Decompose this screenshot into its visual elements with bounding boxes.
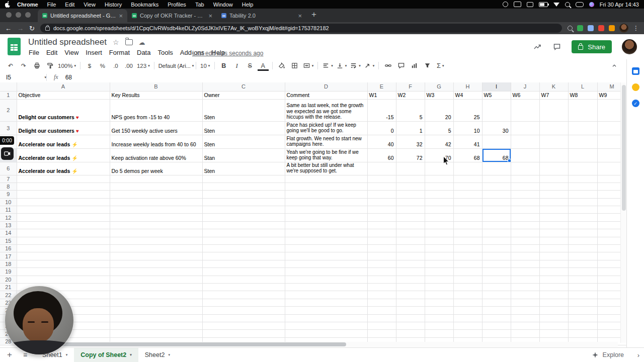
cell-E17[interactable] [367, 252, 396, 260]
cell-F7[interactable] [396, 175, 425, 183]
name-box[interactable]: I5 ▾ [0, 74, 46, 81]
cell-L24[interactable] [568, 307, 597, 314]
cell-D4[interactable]: Flat growth. We need to start new campai… [285, 135, 367, 148]
sheets-menu-edit[interactable]: Edit [43, 48, 61, 57]
cell-J23[interactable] [511, 299, 539, 306]
cell-B5[interactable]: Keep activation rate above 60% [110, 148, 202, 162]
cell-C1[interactable]: Owner [202, 91, 285, 99]
cell-G11[interactable] [425, 206, 453, 214]
cell-D20[interactable] [285, 276, 367, 283]
filter-button[interactable] [421, 60, 434, 71]
browser-profile-avatar[interactable] [619, 24, 628, 33]
cell-H21[interactable] [453, 283, 482, 291]
cell-A19[interactable] [17, 268, 110, 276]
merge-cells-button[interactable]: ▾ [301, 60, 315, 71]
menu-window[interactable]: Window [209, 2, 237, 8]
cell-I7[interactable] [482, 175, 511, 183]
cell-I17[interactable] [482, 252, 511, 260]
cell-A18[interactable] [17, 260, 110, 267]
horizontal-scrollbar[interactable] [17, 342, 618, 347]
cell-C12[interactable] [202, 214, 285, 221]
cell-G8[interactable] [425, 183, 453, 190]
sheets-logo[interactable] [8, 38, 21, 55]
cell-F3[interactable]: 1 [396, 121, 425, 135]
cell-D3[interactable]: Pace has picked up! If we keep going we'… [285, 121, 367, 135]
increase-decimal-button[interactable]: .00 [122, 60, 135, 71]
cell-I9[interactable] [482, 191, 511, 198]
cell-L23[interactable] [568, 299, 597, 306]
reload-icon[interactable]: ↻ [29, 25, 35, 32]
cell-D16[interactable] [285, 245, 367, 252]
cell-J2[interactable] [511, 99, 539, 121]
cell-K18[interactable] [539, 260, 568, 267]
control-center-icon[interactable] [576, 2, 584, 7]
sheets-menu-view[interactable]: View [61, 48, 82, 57]
tab-close-icon[interactable]: × [298, 13, 302, 19]
cell-F22[interactable] [396, 291, 425, 299]
cell-H5[interactable]: 68 [453, 148, 482, 162]
cell-A8[interactable] [17, 183, 110, 190]
cell-D17[interactable] [285, 252, 367, 260]
cell-J9[interactable] [511, 191, 539, 198]
sheets-menu-insert[interactable]: Insert [82, 48, 106, 57]
cell-E20[interactable] [367, 276, 396, 283]
cell-J6[interactable] [511, 162, 539, 175]
cell-L10[interactable] [568, 198, 597, 206]
column-header-L[interactable]: L [568, 82, 597, 91]
cell-J10[interactable] [511, 198, 539, 206]
row-header-2[interactable]: 2 [0, 99, 17, 121]
cell-C18[interactable] [202, 260, 285, 267]
apple-menu-icon[interactable] [5, 1, 11, 8]
cell-F9[interactable] [396, 191, 425, 198]
row-header-16[interactable]: 16 [0, 245, 17, 252]
cell-H10[interactable] [453, 198, 482, 206]
undo-button[interactable]: ↶ [4, 60, 17, 71]
horizontal-align-button[interactable]: ▾ [320, 60, 335, 71]
row-header-11[interactable]: 11 [0, 206, 17, 214]
cell-G17[interactable] [425, 252, 453, 260]
cell-K15[interactable] [539, 237, 568, 244]
cell-A12[interactable] [17, 214, 110, 221]
cell-G13[interactable] [425, 221, 453, 229]
cell-K13[interactable] [539, 221, 568, 229]
cell-C24[interactable] [202, 307, 285, 314]
cell-I16[interactable] [482, 245, 511, 252]
cell-E18[interactable] [367, 260, 396, 267]
menu-profiles[interactable]: Profiles [163, 2, 191, 8]
menu-help[interactable]: Help [237, 2, 258, 8]
row-header-20[interactable]: 20 [0, 276, 17, 283]
sheet-tab-copy-of-sheet2[interactable]: Copy of Sheet2▾ [74, 348, 138, 362]
cell-K11[interactable] [539, 206, 568, 214]
cell-C15[interactable] [202, 237, 285, 244]
cell-H6[interactable] [453, 162, 482, 175]
cell-K2[interactable] [539, 99, 568, 121]
cell-F15[interactable] [396, 237, 425, 244]
cell-E27[interactable] [367, 330, 396, 337]
cell-D19[interactable] [285, 268, 367, 276]
cell-J5[interactable] [511, 148, 539, 162]
cell-G21[interactable] [425, 283, 453, 291]
horizontal-scrollbar-thumb[interactable] [17, 342, 346, 346]
cell-B14[interactable] [110, 229, 202, 237]
cell-J4[interactable] [511, 135, 539, 148]
strikethrough-button[interactable]: S [244, 60, 257, 71]
cell-C6[interactable]: Sten [202, 162, 285, 175]
cell-E7[interactable] [367, 175, 396, 183]
cell-B19[interactable] [110, 268, 202, 276]
cell-B15[interactable] [110, 237, 202, 244]
cell-A2[interactable]: Delight our customers♥ [17, 99, 110, 121]
explore-button[interactable]: Explore [587, 351, 629, 358]
cell-I12[interactable] [482, 214, 511, 221]
last-edit-link[interactable]: Last edit was seconds ago [192, 50, 263, 57]
cell-B12[interactable] [110, 214, 202, 221]
cell-L27[interactable] [568, 330, 597, 337]
cell-E12[interactable] [367, 214, 396, 221]
cell-I6[interactable] [482, 162, 511, 175]
cell-I23[interactable] [482, 299, 511, 306]
cell-B22[interactable] [110, 291, 202, 299]
redo-button[interactable]: ↷ [17, 60, 30, 71]
extension-icon[interactable] [598, 25, 604, 31]
cell-K7[interactable] [539, 175, 568, 183]
recording-timer[interactable]: 0:00 [0, 136, 14, 145]
cell-H1[interactable]: W4 [453, 91, 482, 99]
